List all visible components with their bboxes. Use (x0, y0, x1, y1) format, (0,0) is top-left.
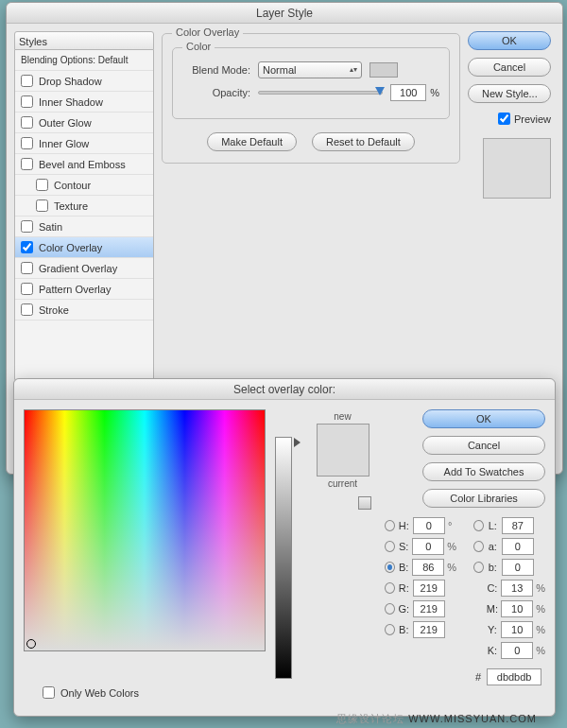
style-checkbox[interactable] (21, 220, 33, 233)
value-input-c[interactable]: 13 (501, 580, 533, 597)
style-checkbox[interactable] (21, 75, 33, 87)
radio-b[interactable] (385, 562, 395, 573)
value-cell-l: L:87 (473, 517, 545, 534)
bar-pointer-icon[interactable] (294, 438, 301, 447)
value-cell-k: K:0% (473, 642, 545, 659)
watermark-bottom: 思缘设计论坛 WWW.MISSYUAN.COM (336, 712, 537, 726)
opacity-slider[interactable] (258, 91, 383, 95)
value-label: H: (398, 520, 410, 531)
color-libraries-button[interactable]: Color Libraries (422, 489, 545, 508)
value-cell-g: G:219 (385, 600, 456, 617)
style-item-outer-glow[interactable]: Outer Glow (15, 113, 153, 133)
value-unit: % (447, 562, 456, 573)
value-input-y[interactable]: 10 (501, 621, 533, 638)
overlay-color-swatch[interactable] (369, 62, 398, 78)
value-input-g[interactable]: 219 (413, 600, 445, 617)
opacity-input[interactable]: 100 (390, 84, 426, 101)
style-item-color-overlay[interactable]: Color Overlay (15, 237, 153, 258)
slider-thumb-icon[interactable] (375, 87, 385, 95)
style-item-inner-glow[interactable]: Inner Glow (15, 133, 153, 154)
value-input-l[interactable]: 87 (502, 517, 534, 534)
opacity-label: Opacity: (182, 87, 250, 98)
style-item-label: Texture (54, 200, 88, 212)
value-cell-r: R:219 (385, 580, 456, 597)
new-label: new (334, 411, 351, 422)
chevron-updown-icon: ▴▾ (350, 66, 357, 74)
value-unit: % (536, 603, 545, 615)
style-item-contour[interactable]: Contour (15, 175, 153, 196)
style-item-gradient-overlay[interactable]: Gradient Overlay (15, 258, 153, 279)
add-swatch-button[interactable]: Add To Swatches (422, 462, 545, 481)
preview-box (483, 138, 551, 199)
style-item-inner-shadow[interactable]: Inner Shadow (15, 92, 153, 113)
hex-input[interactable]: dbdbdb (487, 668, 541, 685)
style-checkbox[interactable] (36, 179, 48, 191)
color-legend: Color (182, 41, 215, 52)
blending-options-row[interactable]: Blending Options: Default (15, 50, 153, 71)
ok-button[interactable]: OK (468, 31, 551, 50)
radio-r[interactable] (385, 582, 395, 594)
radio-a[interactable] (473, 541, 484, 552)
value-input-m[interactable]: 10 (501, 600, 533, 617)
reset-default-button[interactable]: Reset to Default (312, 132, 415, 151)
radio-b[interactable] (385, 624, 395, 635)
styles-list: Blending Options: DefaultDrop ShadowInne… (14, 50, 154, 381)
style-item-stroke[interactable]: Stroke (15, 300, 153, 321)
preview-checkbox-input[interactable] (498, 113, 510, 125)
color-picker-dialog: Select overlay color: new current OK Can… (13, 378, 556, 717)
value-input-s[interactable]: 0 (412, 538, 444, 555)
style-item-label: Stroke (39, 304, 69, 316)
value-input-k[interactable]: 0 (501, 642, 533, 659)
ok-button[interactable]: OK (422, 409, 545, 428)
cancel-button[interactable]: Cancel (468, 58, 551, 77)
color-spectrum[interactable] (24, 409, 266, 651)
current-label: current (328, 478, 357, 489)
value-input-b[interactable]: 219 (413, 621, 445, 638)
cube-icon[interactable] (358, 496, 371, 510)
value-unit: ° (448, 520, 456, 531)
radio-g[interactable] (385, 603, 395, 615)
value-input-b[interactable]: 0 (502, 559, 534, 576)
only-web-colors-checkbox[interactable]: Only Web Colors (43, 686, 139, 699)
make-default-button[interactable]: Make Default (207, 132, 297, 151)
style-checkbox[interactable] (36, 199, 48, 212)
style-item-label: Bevel and Emboss (39, 159, 126, 170)
style-checkbox[interactable] (21, 158, 33, 170)
cancel-button[interactable]: Cancel (422, 436, 545, 455)
value-input-a[interactable]: 0 (502, 538, 534, 555)
blend-mode-select[interactable]: Normal ▴▾ (258, 61, 362, 78)
value-label: R: (398, 582, 410, 594)
radio-s[interactable] (385, 541, 395, 552)
dialog-title: Select overlay color: (14, 379, 555, 400)
value-input-h[interactable]: 0 (413, 517, 445, 534)
style-item-label: Satin (39, 221, 62, 233)
new-style-button[interactable]: New Style... (468, 84, 551, 103)
preview-label: Preview (514, 113, 551, 125)
style-checkbox[interactable] (21, 95, 33, 108)
current-color-swatch (318, 450, 369, 476)
style-checkbox[interactable] (21, 283, 33, 295)
style-item-drop-shadow[interactable]: Drop Shadow (15, 71, 153, 92)
value-unit: % (447, 541, 456, 552)
preview-checkbox[interactable]: Preview (468, 113, 551, 125)
style-checkbox[interactable] (21, 116, 33, 129)
style-item-bevel-and-emboss[interactable]: Bevel and Emboss (15, 154, 153, 175)
value-input-b[interactable]: 86 (412, 559, 444, 576)
style-checkbox[interactable] (21, 262, 33, 274)
style-checkbox[interactable] (21, 137, 33, 149)
style-item-satin[interactable]: Satin (15, 217, 153, 237)
radio-l[interactable] (473, 520, 484, 531)
spectrum-cursor-icon[interactable] (26, 639, 36, 649)
brightness-bar[interactable] (275, 437, 292, 679)
new-current-swatch[interactable] (317, 424, 369, 477)
only-web-colors-input[interactable] (43, 686, 55, 699)
radio-b[interactable] (473, 562, 484, 573)
value-input-r[interactable]: 219 (413, 580, 445, 597)
radio-h[interactable] (385, 520, 395, 531)
style-item-label: Drop Shadow (39, 76, 102, 87)
style-checkbox[interactable] (21, 241, 33, 253)
value-cell-m: M:10% (473, 600, 545, 617)
style-item-texture[interactable]: Texture (15, 196, 153, 217)
style-checkbox[interactable] (21, 303, 33, 316)
style-item-pattern-overlay[interactable]: Pattern Overlay (15, 279, 153, 300)
